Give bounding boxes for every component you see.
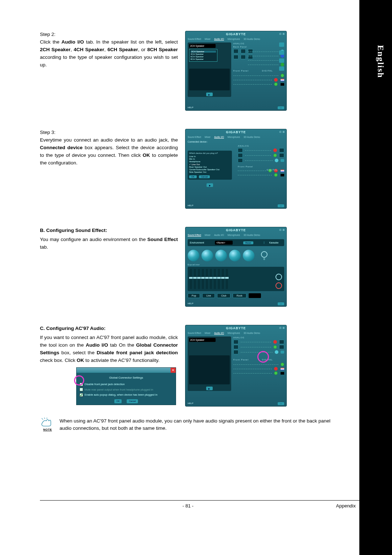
shot-tabs: Sound Effect Mixer Audio I/O Microphone … xyxy=(185,135,286,140)
screenshot-sound-effect: GIGABYTE ⊖ ⊗ Sound Effect Mixer Audio I/… xyxy=(185,227,287,307)
tab-sound-effect[interactable]: Sound Effect xyxy=(188,234,201,236)
cd-opt-line-out[interactable]: ✓ Line Out xyxy=(189,163,230,166)
play-button[interactable] xyxy=(207,183,213,187)
chk-auto-popup[interactable] xyxy=(79,393,83,397)
step-3-section: Step 3: Everytime you connect an audio d… xyxy=(40,129,334,209)
speaker-dropdown-list[interactable]: 2CH Speaker 4CH Speaker 6CH Speaker 8CH … xyxy=(189,49,217,62)
step-2-title: Step 2: xyxy=(40,31,178,38)
shot-window-controls[interactable]: ⊖ ⊗ xyxy=(279,130,285,134)
eq-slider[interactable] xyxy=(226,269,228,289)
cd-opt-headphone[interactable]: Headphone xyxy=(189,160,230,163)
tab-mixer[interactable]: Mixer xyxy=(205,38,211,40)
eq-slider[interactable] xyxy=(222,269,224,289)
shot-window-controls[interactable]: ⊖ ⊗ xyxy=(279,32,285,36)
speaker-dropdown[interactable]: 2CH Speaker xyxy=(189,338,216,342)
preset-pop[interactable]: Pop xyxy=(188,293,200,298)
eq-slider[interactable] xyxy=(194,269,196,289)
eq-slider[interactable] xyxy=(206,269,208,289)
eq-slider[interactable] xyxy=(198,269,200,289)
tab-sound-effect[interactable]: Sound Effect xyxy=(188,38,201,40)
gcs-ok-button[interactable]: OK xyxy=(114,399,122,403)
reset-button[interactable]: Reset xyxy=(243,241,253,244)
eq-slider[interactable] xyxy=(218,269,220,289)
highlight-circle-tool-icon xyxy=(257,351,269,363)
env-globe-icon[interactable] xyxy=(229,250,241,261)
flag-icon xyxy=(281,79,284,81)
back-panel-label: Back Panel xyxy=(233,46,284,48)
env-globe-icon[interactable] xyxy=(243,250,254,261)
speaker-config-panel: 2CH Speaker 2CH Speaker 4CH Speaker 6CH … xyxy=(188,42,231,97)
cd-ok-button[interactable]: OK xyxy=(189,175,197,178)
digital-label: DIGITAL xyxy=(262,70,273,72)
step-3-title: Step 3: xyxy=(40,129,178,136)
step-2-section: Step 2: Click the Audio I/O tab. In the … xyxy=(40,31,334,111)
eq-delete-button[interactable] xyxy=(275,282,282,289)
speaker-opt-6ch[interactable]: 6CH Speaker xyxy=(191,56,216,58)
section-c-heading: C. Configuring AC'97 Audio: xyxy=(40,325,178,332)
karaoke-value: 0 xyxy=(256,258,273,260)
gcs-titlebar: ✕ xyxy=(77,368,176,373)
section-c-text: C. Configuring AC'97 Audio: If you want … xyxy=(40,325,178,405)
preset-dropdown[interactable] xyxy=(249,293,261,298)
karaoke-label: Karaoke xyxy=(266,241,282,244)
speaker-opt-2ch[interactable]: 2CH Speaker xyxy=(191,50,216,53)
note-block: NOTE When using an AC'97 front panel aud… xyxy=(40,417,334,432)
shot-brand: GIGABYTE xyxy=(185,31,286,37)
speaker-room-illustration xyxy=(189,69,230,90)
eq-slider[interactable] xyxy=(210,269,212,289)
section-b-text: B. Configuring Sound Effect: You may con… xyxy=(40,227,178,251)
environment-globes[interactable] xyxy=(188,250,254,261)
port-dot[interactable] xyxy=(281,74,284,77)
speaker-opt-4ch[interactable]: 4CH Speaker xyxy=(191,53,216,55)
cd-opt-mic-in[interactable]: Mic In xyxy=(189,158,230,160)
play-button[interactable] xyxy=(206,93,213,96)
cd-opt-rear-out[interactable]: Rear Speaker Out xyxy=(189,166,230,168)
port-dot[interactable] xyxy=(274,78,278,82)
cd-device-list: Line In Mic In Headphone ✓ Line Out Rear… xyxy=(189,155,230,173)
page-footer: - 81 - Appendix xyxy=(40,503,356,509)
shot-tabs: Sound Effect Mixer Audio I/O Microphone … xyxy=(185,37,286,42)
eq-presets: Pop Live Club Rock xyxy=(188,293,284,298)
chk-mute-rear[interactable] xyxy=(79,388,83,391)
gcs-opt-3: Enable auto popup dialog, when device ha… xyxy=(85,393,158,397)
speaker-opt-8ch[interactable]: 8CH Speaker xyxy=(191,58,216,60)
eq-slider[interactable] xyxy=(202,269,204,289)
screenshot-ac97: GIGABYTE ⊖ ⊗ Sound Effect Mixer Audio I/… xyxy=(185,325,287,407)
play-button[interactable] xyxy=(206,387,213,390)
karaoke-knob[interactable] xyxy=(261,251,268,258)
port-dot[interactable] xyxy=(274,82,278,86)
gcs-cancel-button[interactable]: Cancel xyxy=(127,399,138,403)
section-c: C. Configuring AC'97 Audio: If you want … xyxy=(40,325,334,407)
language-tab: English xyxy=(369,33,392,91)
help-button[interactable]: HELP xyxy=(188,106,193,109)
preset-club[interactable]: Club xyxy=(217,293,230,298)
environment-dropdown[interactable]: <None> xyxy=(215,241,233,245)
screenshot-connected-device: GIGABYTE ⊖ ⊗ Sound Effect Mixer Audio I/… xyxy=(185,129,287,209)
eq-slider[interactable] xyxy=(214,269,216,289)
env-globe-icon[interactable] xyxy=(188,250,199,261)
cd-opt-line-in[interactable]: Line In xyxy=(189,155,230,158)
section-b-heading: B. Configuring Sound Effect: xyxy=(40,227,178,234)
tab-3d-demo[interactable]: 3D Audio Demo xyxy=(244,38,260,40)
env-globe-icon[interactable] xyxy=(215,250,227,261)
gcs-dialog: ✕ Global Connector Settings Disable fron… xyxy=(76,367,176,405)
preset-live[interactable]: Live xyxy=(202,293,215,298)
cd-opt-side-out[interactable]: Side Speaker Out xyxy=(189,171,230,173)
tab-microphone[interactable]: Microphone xyxy=(228,38,240,40)
close-icon[interactable]: ✕ xyxy=(171,368,176,373)
tab-audio-io[interactable]: Audio I/O xyxy=(214,38,224,40)
eq-power-button[interactable] xyxy=(275,274,282,280)
gcs-title: Global Connector Settings xyxy=(79,376,173,380)
analog-label: ANALOG xyxy=(233,42,284,45)
language-tab-label: English xyxy=(376,45,385,78)
preset-rock[interactable]: Rock xyxy=(233,293,246,298)
cd-cancel-button[interactable]: Cancel xyxy=(199,175,210,178)
gcs-dialog-image: ✕ Global Connector Settings Disable fron… xyxy=(40,367,178,405)
spdif-icon xyxy=(281,83,284,86)
cd-opt-center-sub[interactable]: Center/Subwoofer Speaker Out xyxy=(189,168,230,171)
speaker-dropdown[interactable]: 2CH Speaker xyxy=(189,44,216,48)
env-globe-icon[interactable] xyxy=(201,250,213,261)
eq-slider[interactable] xyxy=(190,269,192,289)
ok-indicator[interactable]: — xyxy=(278,106,284,109)
note-label: NOTE xyxy=(40,428,55,431)
